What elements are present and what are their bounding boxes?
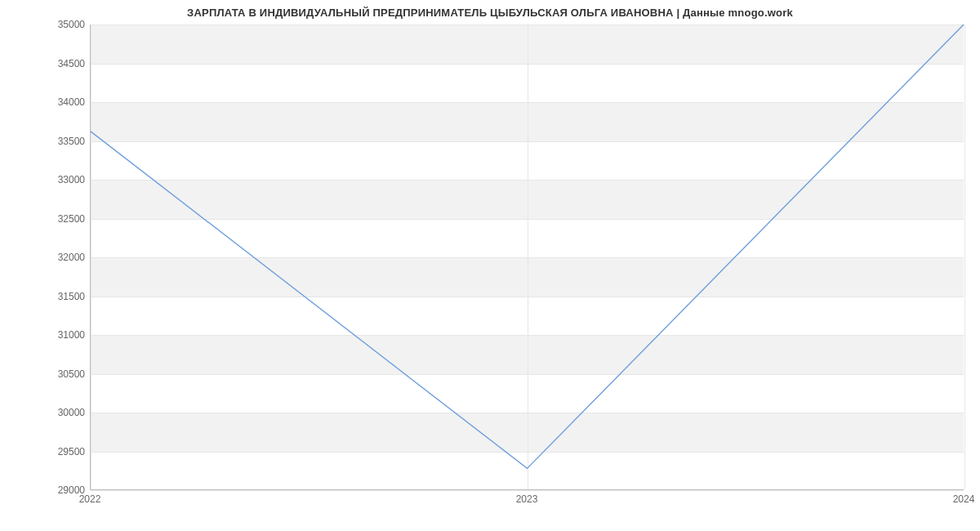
chart-title: ЗАРПЛАТА В ИНДИВИДУАЛЬНЫЙ ПРЕДПРИНИМАТЕЛ… (0, 7, 980, 19)
line-series (91, 25, 964, 489)
y-tick-label: 34000 (36, 96, 85, 108)
y-tick-label: 35000 (36, 19, 85, 30)
x-tick-label: 2022 (79, 493, 101, 505)
x-tick-label: 2024 (953, 493, 975, 505)
y-tick-label: 31500 (36, 291, 85, 302)
plot-area (90, 25, 964, 490)
y-tick-label: 34500 (36, 58, 85, 69)
y-tick-label: 32500 (36, 213, 85, 225)
y-tick-label: 32000 (36, 252, 85, 263)
y-gridline (91, 490, 964, 491)
chart-container: ЗАРПЛАТА В ИНДИВИДУАЛЬНЫЙ ПРЕДПРИНИМАТЕЛ… (0, 0, 980, 531)
y-tick-label: 31000 (36, 329, 85, 341)
y-tick-label: 30000 (36, 407, 85, 418)
y-tick-label: 29500 (36, 446, 85, 457)
y-tick-label: 33000 (36, 174, 85, 185)
series-line (91, 25, 964, 468)
y-tick-label: 33500 (36, 136, 85, 147)
y-tick-label: 30500 (36, 368, 85, 380)
x-gridline (964, 25, 965, 489)
x-tick-label: 2023 (516, 493, 538, 505)
y-tick-label: 29000 (36, 484, 85, 496)
